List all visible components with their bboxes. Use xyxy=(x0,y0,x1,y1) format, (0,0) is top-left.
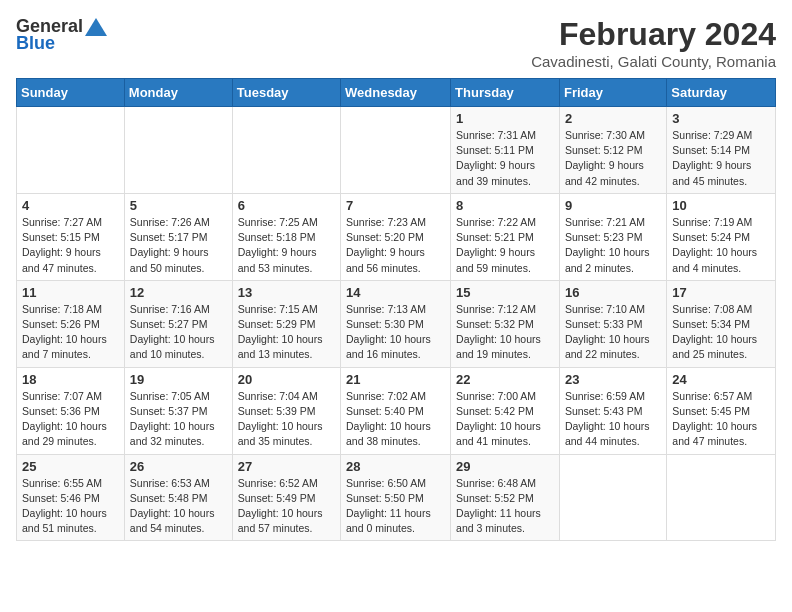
calendar-cell xyxy=(667,454,776,541)
day-number: 9 xyxy=(565,198,661,213)
day-number: 12 xyxy=(130,285,227,300)
logo-icon xyxy=(85,18,107,36)
calendar-cell: 27Sunrise: 6:52 AM Sunset: 5:49 PM Dayli… xyxy=(232,454,340,541)
logo-blue: Blue xyxy=(16,33,55,54)
day-number: 2 xyxy=(565,111,661,126)
day-info: Sunrise: 7:08 AM Sunset: 5:34 PM Dayligh… xyxy=(672,302,770,363)
calendar-week-row: 1Sunrise: 7:31 AM Sunset: 5:11 PM Daylig… xyxy=(17,107,776,194)
page-subtitle: Cavadinesti, Galati County, Romania xyxy=(531,53,776,70)
day-number: 27 xyxy=(238,459,335,474)
calendar-cell: 29Sunrise: 6:48 AM Sunset: 5:52 PM Dayli… xyxy=(451,454,560,541)
day-number: 28 xyxy=(346,459,445,474)
day-number: 25 xyxy=(22,459,119,474)
day-number: 6 xyxy=(238,198,335,213)
day-number: 29 xyxy=(456,459,554,474)
calendar-cell: 24Sunrise: 6:57 AM Sunset: 5:45 PM Dayli… xyxy=(667,367,776,454)
calendar-day-header: Tuesday xyxy=(232,79,340,107)
calendar-week-row: 11Sunrise: 7:18 AM Sunset: 5:26 PM Dayli… xyxy=(17,280,776,367)
day-number: 18 xyxy=(22,372,119,387)
calendar-day-header: Friday xyxy=(559,79,666,107)
calendar-cell: 22Sunrise: 7:00 AM Sunset: 5:42 PM Dayli… xyxy=(451,367,560,454)
calendar-cell: 13Sunrise: 7:15 AM Sunset: 5:29 PM Dayli… xyxy=(232,280,340,367)
calendar-cell: 12Sunrise: 7:16 AM Sunset: 5:27 PM Dayli… xyxy=(124,280,232,367)
day-number: 20 xyxy=(238,372,335,387)
calendar-cell: 20Sunrise: 7:04 AM Sunset: 5:39 PM Dayli… xyxy=(232,367,340,454)
day-info: Sunrise: 6:52 AM Sunset: 5:49 PM Dayligh… xyxy=(238,476,335,537)
day-number: 23 xyxy=(565,372,661,387)
day-number: 7 xyxy=(346,198,445,213)
calendar-cell xyxy=(124,107,232,194)
day-info: Sunrise: 6:50 AM Sunset: 5:50 PM Dayligh… xyxy=(346,476,445,537)
calendar-cell: 14Sunrise: 7:13 AM Sunset: 5:30 PM Dayli… xyxy=(341,280,451,367)
day-number: 15 xyxy=(456,285,554,300)
calendar-day-header: Wednesday xyxy=(341,79,451,107)
day-info: Sunrise: 6:48 AM Sunset: 5:52 PM Dayligh… xyxy=(456,476,554,537)
calendar-cell: 25Sunrise: 6:55 AM Sunset: 5:46 PM Dayli… xyxy=(17,454,125,541)
calendar-cell: 2Sunrise: 7:30 AM Sunset: 5:12 PM Daylig… xyxy=(559,107,666,194)
day-info: Sunrise: 7:30 AM Sunset: 5:12 PM Dayligh… xyxy=(565,128,661,189)
calendar-cell: 17Sunrise: 7:08 AM Sunset: 5:34 PM Dayli… xyxy=(667,280,776,367)
day-info: Sunrise: 7:07 AM Sunset: 5:36 PM Dayligh… xyxy=(22,389,119,450)
calendar-cell xyxy=(17,107,125,194)
day-number: 10 xyxy=(672,198,770,213)
calendar-cell xyxy=(559,454,666,541)
day-number: 8 xyxy=(456,198,554,213)
day-number: 14 xyxy=(346,285,445,300)
calendar-cell: 5Sunrise: 7:26 AM Sunset: 5:17 PM Daylig… xyxy=(124,193,232,280)
calendar-day-header: Thursday xyxy=(451,79,560,107)
calendar-cell: 3Sunrise: 7:29 AM Sunset: 5:14 PM Daylig… xyxy=(667,107,776,194)
calendar-cell: 23Sunrise: 6:59 AM Sunset: 5:43 PM Dayli… xyxy=(559,367,666,454)
logo: General Blue xyxy=(16,16,107,54)
calendar-day-header: Saturday xyxy=(667,79,776,107)
calendar-cell: 18Sunrise: 7:07 AM Sunset: 5:36 PM Dayli… xyxy=(17,367,125,454)
day-info: Sunrise: 7:16 AM Sunset: 5:27 PM Dayligh… xyxy=(130,302,227,363)
calendar-cell: 15Sunrise: 7:12 AM Sunset: 5:32 PM Dayli… xyxy=(451,280,560,367)
calendar-week-row: 18Sunrise: 7:07 AM Sunset: 5:36 PM Dayli… xyxy=(17,367,776,454)
day-info: Sunrise: 7:15 AM Sunset: 5:29 PM Dayligh… xyxy=(238,302,335,363)
day-info: Sunrise: 7:05 AM Sunset: 5:37 PM Dayligh… xyxy=(130,389,227,450)
day-number: 22 xyxy=(456,372,554,387)
day-number: 17 xyxy=(672,285,770,300)
day-number: 19 xyxy=(130,372,227,387)
calendar-cell: 7Sunrise: 7:23 AM Sunset: 5:20 PM Daylig… xyxy=(341,193,451,280)
calendar-table: SundayMondayTuesdayWednesdayThursdayFrid… xyxy=(16,78,776,541)
calendar-cell xyxy=(341,107,451,194)
day-info: Sunrise: 7:31 AM Sunset: 5:11 PM Dayligh… xyxy=(456,128,554,189)
calendar-cell: 21Sunrise: 7:02 AM Sunset: 5:40 PM Dayli… xyxy=(341,367,451,454)
day-info: Sunrise: 7:18 AM Sunset: 5:26 PM Dayligh… xyxy=(22,302,119,363)
day-number: 24 xyxy=(672,372,770,387)
day-number: 16 xyxy=(565,285,661,300)
day-info: Sunrise: 7:04 AM Sunset: 5:39 PM Dayligh… xyxy=(238,389,335,450)
day-number: 4 xyxy=(22,198,119,213)
day-info: Sunrise: 7:12 AM Sunset: 5:32 PM Dayligh… xyxy=(456,302,554,363)
day-number: 13 xyxy=(238,285,335,300)
calendar-cell: 1Sunrise: 7:31 AM Sunset: 5:11 PM Daylig… xyxy=(451,107,560,194)
day-info: Sunrise: 7:29 AM Sunset: 5:14 PM Dayligh… xyxy=(672,128,770,189)
day-info: Sunrise: 6:59 AM Sunset: 5:43 PM Dayligh… xyxy=(565,389,661,450)
day-number: 3 xyxy=(672,111,770,126)
day-info: Sunrise: 7:25 AM Sunset: 5:18 PM Dayligh… xyxy=(238,215,335,276)
day-info: Sunrise: 7:26 AM Sunset: 5:17 PM Dayligh… xyxy=(130,215,227,276)
day-info: Sunrise: 7:27 AM Sunset: 5:15 PM Dayligh… xyxy=(22,215,119,276)
day-number: 21 xyxy=(346,372,445,387)
calendar-day-header: Monday xyxy=(124,79,232,107)
calendar-cell: 28Sunrise: 6:50 AM Sunset: 5:50 PM Dayli… xyxy=(341,454,451,541)
day-number: 1 xyxy=(456,111,554,126)
day-info: Sunrise: 7:21 AM Sunset: 5:23 PM Dayligh… xyxy=(565,215,661,276)
calendar-cell: 19Sunrise: 7:05 AM Sunset: 5:37 PM Dayli… xyxy=(124,367,232,454)
day-info: Sunrise: 6:55 AM Sunset: 5:46 PM Dayligh… xyxy=(22,476,119,537)
calendar-cell: 9Sunrise: 7:21 AM Sunset: 5:23 PM Daylig… xyxy=(559,193,666,280)
day-info: Sunrise: 7:02 AM Sunset: 5:40 PM Dayligh… xyxy=(346,389,445,450)
calendar-cell: 10Sunrise: 7:19 AM Sunset: 5:24 PM Dayli… xyxy=(667,193,776,280)
calendar-week-row: 25Sunrise: 6:55 AM Sunset: 5:46 PM Dayli… xyxy=(17,454,776,541)
day-info: Sunrise: 7:23 AM Sunset: 5:20 PM Dayligh… xyxy=(346,215,445,276)
calendar-cell: 16Sunrise: 7:10 AM Sunset: 5:33 PM Dayli… xyxy=(559,280,666,367)
calendar-cell: 26Sunrise: 6:53 AM Sunset: 5:48 PM Dayli… xyxy=(124,454,232,541)
calendar-cell: 4Sunrise: 7:27 AM Sunset: 5:15 PM Daylig… xyxy=(17,193,125,280)
day-info: Sunrise: 7:10 AM Sunset: 5:33 PM Dayligh… xyxy=(565,302,661,363)
day-info: Sunrise: 7:22 AM Sunset: 5:21 PM Dayligh… xyxy=(456,215,554,276)
day-info: Sunrise: 7:00 AM Sunset: 5:42 PM Dayligh… xyxy=(456,389,554,450)
page-header: General Blue February 2024 Cavadinesti, … xyxy=(16,16,776,70)
day-number: 26 xyxy=(130,459,227,474)
calendar-week-row: 4Sunrise: 7:27 AM Sunset: 5:15 PM Daylig… xyxy=(17,193,776,280)
